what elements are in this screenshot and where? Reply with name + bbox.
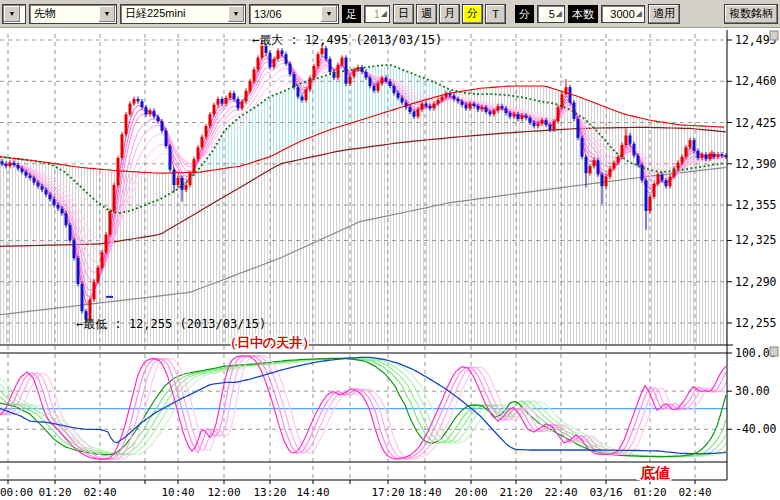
- svg-text:12,355: 12,355: [735, 198, 777, 212]
- oscillator-blue-line: [0, 357, 726, 453]
- multi-symbol-button[interactable]: 複数銘柄: [724, 4, 778, 24]
- svg-text:12,460: 12,460: [735, 74, 777, 88]
- order-marker-dash: [106, 296, 113, 298]
- chart-area[interactable]: 12,49512,46012,42512,39012,35512,32512,2…: [0, 28, 780, 500]
- price-axis-labels: 12,49512,46012,42512,39012,35512,32512,2…: [727, 33, 777, 436]
- minute-label: 分: [515, 5, 534, 23]
- bar-interval-value: 1: [374, 8, 380, 20]
- period-button-group: 日週月分T: [393, 4, 506, 24]
- chevron-down-icon[interactable]: ▼: [99, 6, 115, 22]
- minute-value: 5: [549, 8, 555, 20]
- svg-text:14:40: 14:40: [296, 486, 329, 499]
- time-axis-labels: 00:0001:2002:4010:4012:0013:2014:4017:20…: [0, 480, 712, 499]
- svg-text:13:20: 13:20: [253, 486, 286, 499]
- svg-text:00:00: 00:00: [0, 486, 33, 499]
- contract-month-dropdown[interactable]: 13/06 ▼: [249, 4, 339, 24]
- svg-text:12,390: 12,390: [735, 157, 777, 171]
- bar-count-stepper[interactable]: 3000 ◢: [601, 5, 645, 23]
- bar-count-value: 3000: [610, 8, 634, 20]
- spinner-grip-icon[interactable]: ◢: [556, 10, 562, 18]
- svg-text:17:20: 17:20: [371, 486, 404, 499]
- category-dropdown[interactable]: 先物 ▼: [29, 4, 117, 24]
- chart-toolbar: ▼ 先物 ▼ 日経225mini ▼ 13/06 ▼ 足 1 ◢ 日週月分T 分…: [0, 0, 780, 28]
- svg-text:30.00: 30.00: [735, 384, 770, 398]
- svg-text:21:20: 21:20: [499, 486, 532, 499]
- svg-text:22:40: 22:40: [544, 486, 577, 499]
- bar-count-label: 本数: [568, 5, 598, 23]
- svg-text:-40.00: -40.00: [735, 422, 777, 436]
- svg-text:03/16: 03/16: [589, 486, 622, 499]
- period-button-0[interactable]: 日: [393, 4, 414, 24]
- svg-text:02:40: 02:40: [83, 486, 116, 499]
- pane-grip-icon: [770, 347, 778, 356]
- chevron-down-icon[interactable]: ▼: [4, 6, 20, 22]
- svg-text:12:00: 12:00: [207, 486, 240, 499]
- symbol-value: 日経225mini: [121, 6, 227, 21]
- min-price-annotation: ←最低 : 12,255 (2013/03/15): [76, 317, 266, 331]
- chevron-down-icon[interactable]: ▼: [228, 6, 244, 22]
- symbol-dropdown[interactable]: 日経225mini ▼: [120, 4, 246, 24]
- apply-button[interactable]: 適用: [648, 4, 680, 24]
- period-button-1[interactable]: 週: [416, 4, 437, 24]
- svg-text:02:40: 02:40: [678, 486, 711, 499]
- bar-interval-stepper[interactable]: 1 ◢: [364, 5, 390, 23]
- bar-type-label: 足: [342, 5, 361, 23]
- trading-chart-window: ▼ 先物 ▼ 日経225mini ▼ 13/06 ▼ 足 1 ◢ 日週月分T 分…: [0, 0, 780, 500]
- ceiling-annotation: （日中の天井）: [224, 335, 315, 350]
- contract-value: 13/06: [250, 8, 320, 20]
- max-price-annotation: ←最大 : 12,495 (2013/03/15): [252, 33, 442, 47]
- oscillator-magenta-ribbon: [0, 356, 726, 460]
- svg-text:12,425: 12,425: [735, 116, 777, 130]
- svg-text:12,255: 12,255: [735, 316, 777, 330]
- svg-text:12,290: 12,290: [735, 275, 777, 289]
- spinner-grip-icon[interactable]: ◢: [381, 10, 387, 18]
- svg-text:01:20: 01:20: [38, 486, 71, 499]
- chevron-down-icon[interactable]: ▼: [321, 6, 337, 22]
- period-button-3[interactable]: 分: [462, 4, 483, 24]
- oscillator-green-ribbon: [0, 358, 726, 456]
- svg-text:18:40: 18:40: [408, 486, 441, 499]
- window-select-dropdown[interactable]: ▼: [2, 4, 26, 24]
- period-button-2[interactable]: 月: [439, 4, 460, 24]
- period-button-4[interactable]: T: [485, 4, 506, 24]
- category-value: 先物: [30, 6, 98, 21]
- pane-grip-icon: [770, 31, 778, 40]
- minute-stepper[interactable]: 5 ◢: [537, 5, 565, 23]
- chart-canvas: 12,49512,46012,42512,39012,35512,32512,2…: [0, 28, 780, 500]
- svg-text:20:00: 20:00: [454, 486, 487, 499]
- spinner-grip-icon[interactable]: ◢: [636, 10, 642, 18]
- svg-text:10:40: 10:40: [161, 486, 194, 499]
- bottom-price-annotation: 底値: [639, 464, 670, 482]
- svg-text:01:20: 01:20: [633, 486, 666, 499]
- svg-text:12,325: 12,325: [735, 233, 777, 247]
